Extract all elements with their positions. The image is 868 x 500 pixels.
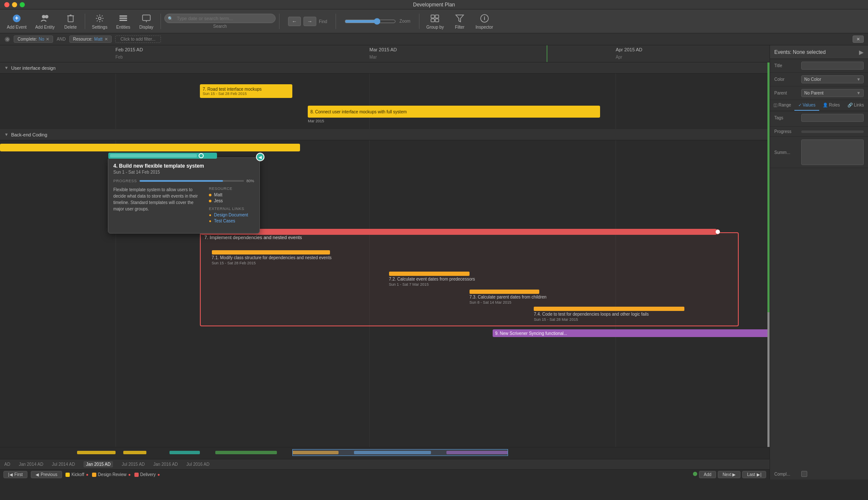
add-entity-label: Add Entity [35, 25, 55, 30]
inspector-tags-row: Tags [770, 111, 868, 127]
groupby-button[interactable]: Group by [423, 12, 447, 31]
nested-event-container[interactable]: 7. Implement dependencies and nested eve… [200, 232, 739, 326]
zoom-slider[interactable] [345, 18, 396, 25]
event-connect-ui-label: 8. Connect user interface mockups with f… [310, 109, 597, 114]
popup-link-design[interactable]: ● Design Document [209, 213, 254, 217]
inspector-title-input[interactable] [801, 62, 864, 70]
maximize-button[interactable] [20, 2, 25, 7]
previous-button[interactable]: ◀ Previous [31, 471, 62, 478]
close-button[interactable] [4, 2, 9, 7]
month-apr-sub: Apr [615, 55, 622, 59]
group-ui-design: ▼ User interface design 7. Road test int… [0, 62, 770, 129]
inspector-header: Events: None selected ▶ [770, 45, 868, 59]
popup-link-dot-1: ● [209, 213, 211, 217]
group-ui-design-header[interactable]: ▼ User interface design [0, 62, 770, 74]
time-jul2014: Jul 2014 AD [52, 462, 75, 467]
inspector-complete-checkbox[interactable] [801, 471, 807, 477]
svg-text:+: + [15, 15, 18, 21]
svg-point-7 [98, 17, 101, 20]
tab-values[interactable]: ✓ Values [794, 100, 819, 111]
tab-range[interactable]: ◫ Range [770, 100, 794, 111]
minimize-button[interactable] [12, 2, 17, 7]
first-label: First [15, 472, 23, 477]
event-road-test-label: 7. Road test interface mockups [202, 87, 290, 92]
add-button[interactable]: Add [699, 471, 716, 478]
display-button[interactable]: Display [136, 12, 157, 31]
popup-teal-bar[interactable] [108, 153, 217, 159]
entities-button[interactable]: Entities [113, 12, 134, 31]
bottom-minimap[interactable] [0, 447, 770, 459]
legend-delivery-dot [134, 473, 139, 477]
resource-filter-chip[interactable]: Resource: Matt ✕ [69, 36, 112, 43]
scrivener-event-bar[interactable]: 9. New Scrivener Syncing functional... [493, 329, 770, 337]
inspector-progress-bar [801, 130, 864, 133]
inspector-summ-row: Summ... [770, 137, 868, 168]
tab-links[interactable]: 🔗 Links [844, 100, 868, 111]
legend-kickoff-badge: ● [86, 472, 89, 477]
timeline-body[interactable]: ▼ User interface design 7. Road test int… [0, 62, 770, 447]
svg-rect-13 [431, 15, 434, 18]
sub-event-71-bar[interactable] [212, 250, 330, 254]
group-ui-toggle[interactable]: ▼ [4, 65, 9, 70]
add-entity-button[interactable]: Add Entity [32, 12, 58, 31]
sub-event-74-bar[interactable] [534, 307, 684, 311]
tab-roles[interactable]: 👤 Roles [819, 100, 844, 111]
inspector-progress-label: Progress [774, 129, 798, 134]
popup-title: 4. Build new flexible template system [113, 163, 254, 169]
inspector-button[interactable]: i Inspector [472, 12, 496, 31]
complete-filter-label: Complete: [18, 37, 37, 41]
svg-rect-8 [119, 15, 127, 17]
sub-event-73-bar[interactable] [470, 290, 539, 294]
group-backend-toggle[interactable]: ▼ [4, 132, 9, 137]
scrivener-event-label: 9. New Scrivener Syncing functional... [495, 331, 567, 336]
display-icon [141, 13, 152, 24]
clear-filter-button[interactable]: ✕ [853, 36, 864, 43]
minimap-viewport[interactable] [292, 449, 508, 456]
window-title: Development Plan [413, 2, 455, 8]
sub-event-72-date: Sun 1 - Sat 7 Mar 2015 [389, 282, 429, 287]
sub-event-72-bar[interactable] [389, 272, 470, 276]
search-label: Search [164, 24, 276, 29]
popup-link-test[interactable]: ● Test Cases [209, 219, 254, 223]
event-road-test[interactable]: 7. Road test interface mockups Sun 15 - … [200, 84, 292, 98]
sep-4 [336, 14, 336, 29]
add-event-icon: + [12, 13, 22, 24]
popup-teal-btn[interactable]: ◀ [256, 153, 265, 161]
group-backend-name: Back-end Coding [11, 132, 47, 137]
inspector-summ-box[interactable] [801, 139, 864, 165]
next-button[interactable]: Next ▶ [718, 471, 740, 478]
filter-button[interactable]: Filter [449, 12, 470, 31]
delete-label: Delete [64, 25, 77, 30]
filter-label: Filter [455, 25, 464, 30]
settings-button[interactable]: Settings [89, 12, 111, 31]
delete-button[interactable]: Delete [60, 12, 81, 31]
backend-yellow-bar[interactable] [0, 144, 300, 151]
find-back-button[interactable]: ← [288, 17, 301, 26]
month-feb-2015: Feb 2015 AD [116, 47, 143, 52]
search-input[interactable] [164, 14, 276, 23]
add-event-button[interactable]: + Add Event [3, 12, 30, 31]
group-backend-header[interactable]: ▼ Back-end Coding [0, 129, 770, 140]
sep-1 [85, 14, 85, 29]
inspector-tags-label: Tags [774, 115, 798, 120]
sub-event-73-date: Sun 8 - Sat 14 Mar 2015 [470, 300, 511, 305]
complete-filter-chip[interactable]: Complete: No ✕ [14, 36, 53, 43]
nested-red-bar [201, 229, 716, 235]
first-button[interactable]: |◀ First [3, 471, 27, 478]
inspector-color-select[interactable]: No Color ▼ [801, 75, 864, 83]
popup-body-row: Flexible template system to allow users … [113, 186, 254, 225]
sep-2 [161, 14, 161, 29]
inspector-parent-select[interactable]: No Parent ▼ [801, 89, 864, 97]
svg-marker-17 [456, 15, 464, 22]
add-entity-icon [40, 13, 50, 24]
last-button[interactable]: Last ▶| [742, 471, 766, 478]
popup-link-name-2: Test Cases [214, 219, 235, 223]
event-connect-ui[interactable]: 8. Connect user interface mockups with f… [308, 106, 600, 118]
inspector-tags-input[interactable] [801, 114, 864, 122]
resource-filter-remove[interactable]: ✕ [104, 37, 108, 41]
add-filter-button[interactable]: Click to add filter... [115, 36, 161, 43]
inspector-expand-button[interactable]: ▶ [859, 49, 864, 56]
event-connect-ui-date: Mar 2015 [308, 119, 324, 123]
find-forward-button[interactable]: → [303, 17, 316, 26]
complete-filter-remove[interactable]: ✕ [46, 37, 49, 41]
